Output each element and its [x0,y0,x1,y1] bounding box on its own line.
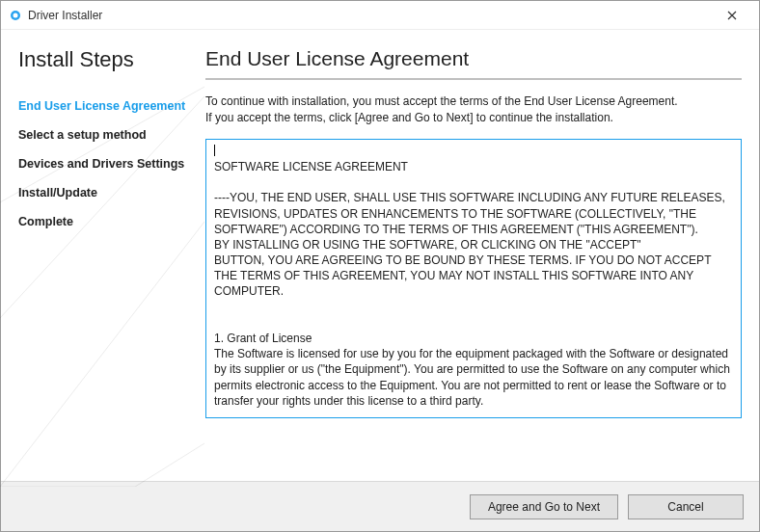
sidebar: Install Steps End User License Agreement… [1,30,205,481]
app-icon [9,9,22,22]
text-cursor [214,145,215,156]
eula-textbox[interactable]: SOFTWARE LICENSE AGREEMENT ----YOU, THE … [205,139,742,418]
agree-next-button[interactable]: Agree and Go to Next [470,494,618,519]
titlebar: Driver Installer [1,1,759,30]
step-3: Install/Update [18,178,196,207]
body: Install Steps End User License Agreement… [1,30,759,481]
step-0: End User License Agreement [18,92,196,120]
eula-content: SOFTWARE LICENSE AGREEMENT ----YOU, THE … [214,160,733,418]
svg-point-1 [14,13,18,17]
page-title: End User License Agreement [205,47,742,70]
intro-line-2: If you accept the terms, click [Agree an… [205,111,613,124]
footer: Agree and Go to Next Cancel [1,481,759,531]
cancel-button[interactable]: Cancel [628,494,744,519]
main-panel: End User License Agreement To continue w… [205,30,759,481]
close-button[interactable] [713,2,751,29]
installer-window: Driver Installer Install Steps End User … [0,0,760,532]
step-1: Select a setup method [18,120,196,149]
intro-line-1: To continue with installation, you must … [205,94,678,108]
step-2: Devices and Drivers Settings [18,149,196,178]
sidebar-title: Install Steps [18,47,196,72]
intro-text: To continue with installation, you must … [205,93,742,127]
window-title: Driver Installer [28,9,713,22]
divider [205,78,742,80]
step-4: Complete [18,207,196,236]
